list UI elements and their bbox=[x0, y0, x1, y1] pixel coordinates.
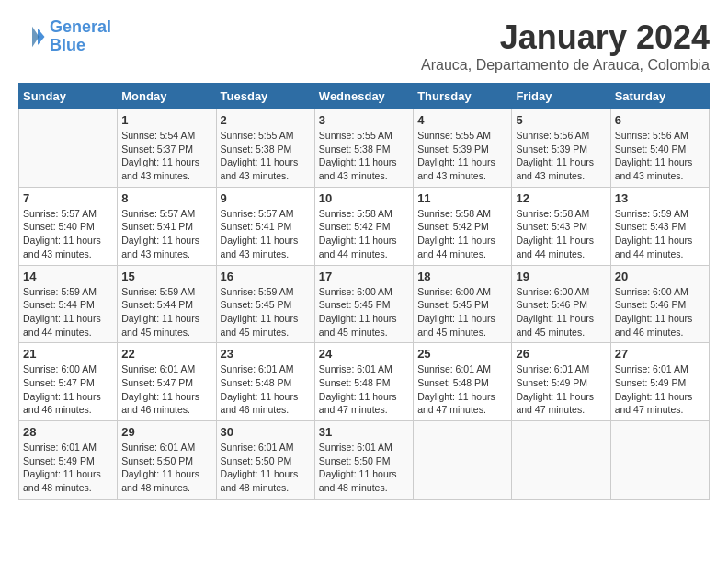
day-number: 20 bbox=[615, 270, 705, 283]
day-number: 3 bbox=[319, 113, 409, 127]
day-info: Sunrise: 5:55 AMSunset: 5:39 PMDaylight:… bbox=[417, 129, 507, 183]
day-info: Sunrise: 5:55 AMSunset: 5:38 PMDaylight:… bbox=[221, 129, 311, 183]
day-number: 9 bbox=[221, 191, 311, 205]
day-number: 6 bbox=[615, 113, 705, 127]
calendar-cell: 16Sunrise: 5:59 AMSunset: 5:45 PMDayligh… bbox=[216, 265, 314, 343]
calendar-title: January 2024 bbox=[421, 18, 710, 57]
calendar-week-1: 1Sunrise: 5:54 AMSunset: 5:37 PMDaylight… bbox=[19, 109, 710, 188]
calendar-week-4: 21Sunrise: 6:00 AMSunset: 5:47 PMDayligh… bbox=[19, 343, 710, 421]
logo: General Blue bbox=[18, 18, 111, 55]
day-info: Sunrise: 6:01 AMSunset: 5:49 PMDaylight:… bbox=[615, 362, 705, 417]
calendar-cell bbox=[414, 421, 512, 500]
calendar-cell: 3Sunrise: 5:55 AMSunset: 5:38 PMDaylight… bbox=[314, 109, 413, 188]
calendar-cell: 28Sunrise: 6:01 AMSunset: 5:49 PMDayligh… bbox=[19, 421, 118, 500]
day-number: 26 bbox=[516, 347, 606, 361]
calendar-cell: 7Sunrise: 5:57 AMSunset: 5:40 PMDaylight… bbox=[19, 187, 118, 265]
calendar-cell bbox=[610, 421, 709, 500]
day-info: Sunrise: 5:54 AMSunset: 5:37 PMDaylight:… bbox=[121, 129, 211, 183]
day-number: 29 bbox=[121, 425, 211, 439]
day-number: 5 bbox=[516, 113, 606, 127]
weekday-header-wednesday: Wednesday bbox=[314, 84, 413, 109]
weekday-header-saturday: Saturday bbox=[610, 84, 709, 109]
calendar-cell: 15Sunrise: 5:59 AMSunset: 5:44 PMDayligh… bbox=[118, 265, 216, 343]
day-info: Sunrise: 6:01 AMSunset: 5:49 PMDaylight:… bbox=[516, 362, 606, 417]
calendar-table: SundayMondayTuesdayWednesdayThursdayFrid… bbox=[18, 83, 710, 500]
day-number: 27 bbox=[615, 347, 705, 361]
day-info: Sunrise: 6:00 AMSunset: 5:46 PMDaylight:… bbox=[615, 285, 705, 339]
day-info: Sunrise: 6:01 AMSunset: 5:48 PMDaylight:… bbox=[319, 362, 409, 417]
logo-text: General Blue bbox=[50, 18, 111, 55]
day-info: Sunrise: 5:59 AMSunset: 5:44 PMDaylight:… bbox=[23, 285, 113, 339]
day-info: Sunrise: 6:01 AMSunset: 5:48 PMDaylight:… bbox=[221, 362, 311, 417]
calendar-cell: 25Sunrise: 6:01 AMSunset: 5:48 PMDayligh… bbox=[414, 343, 512, 421]
calendar-cell: 22Sunrise: 6:01 AMSunset: 5:47 PMDayligh… bbox=[118, 343, 216, 421]
day-number: 7 bbox=[23, 191, 113, 205]
weekday-header-thursday: Thursday bbox=[414, 84, 512, 109]
day-number: 23 bbox=[221, 347, 311, 361]
day-number: 8 bbox=[121, 191, 211, 205]
title-section: January 2024 Arauca, Departamento de Ara… bbox=[421, 18, 710, 74]
weekday-header-monday: Monday bbox=[118, 84, 216, 109]
day-number: 21 bbox=[23, 347, 113, 361]
calendar-cell: 9Sunrise: 5:57 AMSunset: 5:41 PMDaylight… bbox=[216, 187, 314, 265]
day-info: Sunrise: 5:57 AMSunset: 5:41 PMDaylight:… bbox=[121, 207, 211, 261]
day-info: Sunrise: 5:57 AMSunset: 5:40 PMDaylight:… bbox=[23, 207, 113, 261]
calendar-cell: 26Sunrise: 6:01 AMSunset: 5:49 PMDayligh… bbox=[512, 343, 610, 421]
calendar-cell: 31Sunrise: 6:01 AMSunset: 5:50 PMDayligh… bbox=[314, 421, 413, 500]
day-number: 31 bbox=[319, 425, 409, 439]
calendar-cell: 2Sunrise: 5:55 AMSunset: 5:38 PMDaylight… bbox=[216, 109, 314, 188]
day-info: Sunrise: 6:00 AMSunset: 5:45 PMDaylight:… bbox=[319, 285, 409, 339]
day-info: Sunrise: 5:59 AMSunset: 5:43 PMDaylight:… bbox=[615, 207, 705, 261]
calendar-body: 1Sunrise: 5:54 AMSunset: 5:37 PMDaylight… bbox=[19, 109, 710, 500]
day-info: Sunrise: 6:00 AMSunset: 5:45 PMDaylight:… bbox=[417, 285, 507, 339]
day-info: Sunrise: 6:01 AMSunset: 5:50 PMDaylight:… bbox=[121, 441, 211, 495]
calendar-cell: 21Sunrise: 6:00 AMSunset: 5:47 PMDayligh… bbox=[19, 343, 118, 421]
calendar-cell: 20Sunrise: 6:00 AMSunset: 5:46 PMDayligh… bbox=[610, 265, 709, 343]
calendar-cell: 13Sunrise: 5:59 AMSunset: 5:43 PMDayligh… bbox=[610, 187, 709, 265]
day-number: 18 bbox=[417, 270, 507, 283]
calendar-week-5: 28Sunrise: 6:01 AMSunset: 5:49 PMDayligh… bbox=[19, 421, 710, 500]
calendar-cell: 1Sunrise: 5:54 AMSunset: 5:37 PMDaylight… bbox=[118, 109, 216, 188]
day-number: 28 bbox=[23, 425, 113, 439]
calendar-cell bbox=[19, 109, 118, 188]
day-number: 12 bbox=[516, 191, 606, 205]
calendar-cell: 4Sunrise: 5:55 AMSunset: 5:39 PMDaylight… bbox=[414, 109, 512, 188]
calendar-cell: 6Sunrise: 5:56 AMSunset: 5:40 PMDaylight… bbox=[610, 109, 709, 188]
calendar-cell: 29Sunrise: 6:01 AMSunset: 5:50 PMDayligh… bbox=[118, 421, 216, 500]
calendar-cell: 18Sunrise: 6:00 AMSunset: 5:45 PMDayligh… bbox=[414, 265, 512, 343]
day-number: 15 bbox=[121, 270, 211, 283]
logo-blue: Blue bbox=[50, 37, 111, 55]
calendar-cell: 23Sunrise: 6:01 AMSunset: 5:48 PMDayligh… bbox=[216, 343, 314, 421]
day-number: 10 bbox=[319, 191, 409, 205]
day-number: 1 bbox=[121, 113, 211, 127]
calendar-cell: 24Sunrise: 6:01 AMSunset: 5:48 PMDayligh… bbox=[314, 343, 413, 421]
logo-general: General bbox=[50, 17, 111, 36]
day-number: 30 bbox=[221, 425, 311, 439]
weekday-header-tuesday: Tuesday bbox=[216, 84, 314, 109]
calendar-cell: 8Sunrise: 5:57 AMSunset: 5:41 PMDaylight… bbox=[118, 187, 216, 265]
weekday-header-friday: Friday bbox=[512, 84, 610, 109]
calendar-cell: 11Sunrise: 5:58 AMSunset: 5:42 PMDayligh… bbox=[414, 187, 512, 265]
weekday-header-sunday: Sunday bbox=[19, 84, 118, 109]
day-number: 13 bbox=[615, 191, 705, 205]
day-info: Sunrise: 5:58 AMSunset: 5:42 PMDaylight:… bbox=[417, 207, 507, 261]
day-info: Sunrise: 5:59 AMSunset: 5:45 PMDaylight:… bbox=[221, 285, 311, 339]
day-number: 25 bbox=[417, 347, 507, 361]
calendar-cell: 12Sunrise: 5:58 AMSunset: 5:43 PMDayligh… bbox=[512, 187, 610, 265]
day-info: Sunrise: 5:58 AMSunset: 5:43 PMDaylight:… bbox=[516, 207, 606, 261]
calendar-cell: 14Sunrise: 5:59 AMSunset: 5:44 PMDayligh… bbox=[19, 265, 118, 343]
day-number: 19 bbox=[516, 270, 606, 283]
calendar-cell: 10Sunrise: 5:58 AMSunset: 5:42 PMDayligh… bbox=[314, 187, 413, 265]
day-number: 22 bbox=[121, 347, 211, 361]
page-header: General Blue January 2024 Arauca, Depart… bbox=[18, 18, 710, 74]
day-info: Sunrise: 6:00 AMSunset: 5:47 PMDaylight:… bbox=[23, 362, 113, 417]
calendar-header: SundayMondayTuesdayWednesdayThursdayFrid… bbox=[19, 84, 710, 109]
day-number: 14 bbox=[23, 270, 113, 283]
day-info: Sunrise: 6:01 AMSunset: 5:50 PMDaylight:… bbox=[319, 441, 409, 495]
calendar-cell: 30Sunrise: 6:01 AMSunset: 5:50 PMDayligh… bbox=[216, 421, 314, 500]
day-info: Sunrise: 5:58 AMSunset: 5:42 PMDaylight:… bbox=[319, 207, 409, 261]
day-number: 16 bbox=[221, 270, 311, 283]
calendar-week-2: 7Sunrise: 5:57 AMSunset: 5:40 PMDaylight… bbox=[19, 187, 710, 265]
day-info: Sunrise: 6:00 AMSunset: 5:46 PMDaylight:… bbox=[516, 285, 606, 339]
day-number: 24 bbox=[319, 347, 409, 361]
